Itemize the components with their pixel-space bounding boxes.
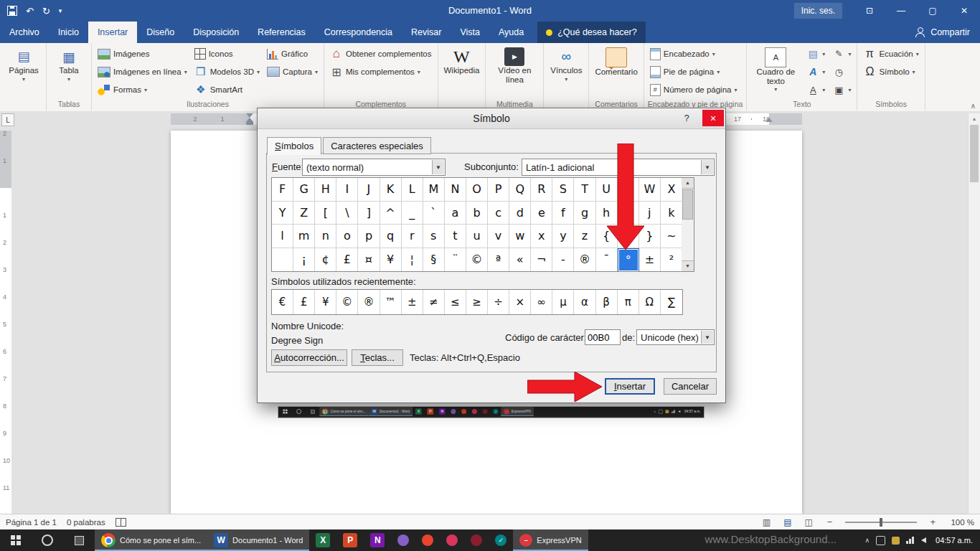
autocorrect-button[interactable]: Autocorrección... [271,349,347,366]
tab-ayuda[interactable]: Ayuda [489,22,533,43]
symbol-cell[interactable]: b [466,202,488,225]
hidden-icons-chevron[interactable]: ∧ [864,537,870,544]
symbol-cell[interactable]: S [552,178,574,202]
taskbar-app-app-teal-icon[interactable]: ✓ [489,529,513,551]
recent-symbol-cell[interactable]: ∞ [531,290,552,314]
maximize-button[interactable]: ▢ [917,0,948,22]
symbol-cell[interactable]: L [402,178,423,202]
recent-symbol-cell[interactable]: × [509,290,531,314]
taskbar-app-app-red-icon[interactable] [415,529,440,551]
tab-caracteres-especiales[interactable]: Caracteres especiales [323,137,431,154]
taskbar-app-expressvpn[interactable]: –ExpressVPN [513,529,588,551]
symbol-cell[interactable]: ¡ [293,248,315,272]
symbol-cell[interactable]: r [402,225,423,248]
symbol-cell[interactable]: p [358,225,380,248]
zoom-in-button[interactable]: + [930,517,936,527]
symbol-cell[interactable]: ¥ [380,248,402,272]
embedded-screenshot-image[interactable]: Cómo se pone el sím...WDocumento1 - Word… [278,407,704,418]
from-combobox[interactable]: Unicode (hex) ▼ [636,329,715,345]
share-button[interactable]: Compartir [905,22,980,43]
shortcut-key-button[interactable]: Teclas... [352,349,403,366]
word-count[interactable]: 0 palabras [67,518,105,527]
recent-symbol-cell[interactable]: £ [293,290,315,314]
tab-revisar[interactable]: Revisar [402,22,451,43]
button-smartart[interactable]: SmartArt [192,81,263,98]
symbol-cell[interactable]: J [358,178,380,202]
symbol-cell[interactable]: [ [315,202,336,225]
taskbar-app-onenote-icon[interactable]: N [364,529,391,551]
close-window-button[interactable]: ✕ [948,0,980,22]
chevron-down-icon[interactable]: ▼ [701,331,713,344]
recent-symbol-cell[interactable]: β [596,290,618,314]
button-encabezado[interactable]: Encabezado▾ [647,45,740,62]
symbol-cell[interactable] [272,248,293,272]
symbol-cell[interactable]: H [315,178,336,202]
symbol-cell[interactable]: z [574,225,595,248]
symbol-cell[interactable]: - [552,248,574,272]
symbol-cell[interactable]: u [466,225,488,248]
tab-disposicio-n[interactable]: Disposición [184,22,248,43]
tab-vista[interactable]: Vista [451,22,489,43]
recent-symbol-cell[interactable]: ® [358,290,380,314]
tab-insertar[interactable]: Insertar [88,22,137,43]
symbol-cell[interactable]: f [552,202,574,225]
symbol-cell[interactable]: k [661,202,682,225]
symbol-cell[interactable]: O [466,178,488,202]
zoom-slider-thumb[interactable] [880,518,882,527]
button-signature-line-icon[interactable]: ▾ [829,45,854,62]
symbol-cell[interactable]: ] [358,202,380,225]
dialog-close-button[interactable]: ✕ [702,110,724,126]
button-wikipedia[interactable]: Wikipedia [441,45,483,99]
scroll-up-icon[interactable]: ▲ [682,178,694,189]
button-nu-mero-de-pa-gina[interactable]: Número de página▾ [647,81,740,98]
symbol-cell[interactable]: ¦ [402,248,423,272]
symbol-cell[interactable]: ^ [380,202,402,225]
button-gra-fico[interactable]: Gráfico [264,45,321,62]
symbol-cell[interactable]: ¬ [531,248,552,272]
taskbar-app-app-magenta-icon[interactable] [440,529,464,551]
symbol-cell[interactable]: ¨ [445,248,466,272]
symbol-cell[interactable]: s [423,225,445,248]
symbol-cell[interactable]: T [574,178,595,202]
symbol-cell[interactable]: R [531,178,552,202]
symbol-cell[interactable]: I [336,178,358,202]
button-obtener-complementos[interactable]: Obtener complementos [327,45,435,62]
symbol-cell[interactable]: q [380,225,402,248]
symbol-cell[interactable]: ~ [661,225,682,248]
chevron-down-icon[interactable]: ▼ [432,160,444,174]
zoom-out-button[interactable]: − [827,517,833,527]
symbol-cell[interactable]: _ [402,202,423,225]
symbol-cell[interactable]: m [293,225,315,248]
symbol-cell[interactable]: w [509,225,531,248]
recent-symbol-cell[interactable]: α [574,290,595,314]
symbol-cell[interactable]: \ [336,202,358,225]
symbol-cell[interactable]: Y [272,202,293,225]
symbol-cell[interactable]: K [380,178,402,202]
cortana-button[interactable] [32,529,63,551]
button-pa-ginas[interactable]: Páginas▾ [4,45,43,99]
tray-icon-2[interactable] [892,537,900,545]
scrollbar-thumb[interactable] [682,189,693,220]
recent-symbol-cell[interactable]: ¥ [315,290,336,314]
recent-symbol-cell[interactable]: ÷ [488,290,509,314]
symbol-cell[interactable]: n [315,225,336,248]
tab-stop-selector[interactable]: L [1,113,14,126]
network-icon[interactable] [906,537,915,544]
character-code-input[interactable] [585,329,621,345]
taskbar-app-powerpoint-icon[interactable]: P [336,529,364,551]
button-iconos[interactable]: Iconos [192,45,263,62]
symbol-cell[interactable]: Q [509,178,531,202]
recent-symbol-cell[interactable]: ™ [380,290,402,314]
symbol-grid-scrollbar[interactable]: ▲ ▼ [682,177,694,272]
web-layout-button[interactable]: ◫ [804,517,812,527]
symbol-cell[interactable]: v [488,225,509,248]
tab-disen-o[interactable]: Diseño [137,22,184,43]
symbol-cell[interactable]: ¢ [315,248,336,272]
symbol-cell[interactable]: g [574,202,595,225]
button-ima-genes-en-li-nea[interactable]: Imágenes en línea▾ [95,63,190,80]
button-ima-genes[interactable]: Imágenes [95,45,190,62]
page-indicator[interactable]: Página 1 de 1 [6,518,57,527]
recent-symbol-cell[interactable]: ≥ [466,290,488,314]
proofing-errors-icon[interactable] [116,518,126,527]
insert-button[interactable]: Insertar [605,378,655,395]
